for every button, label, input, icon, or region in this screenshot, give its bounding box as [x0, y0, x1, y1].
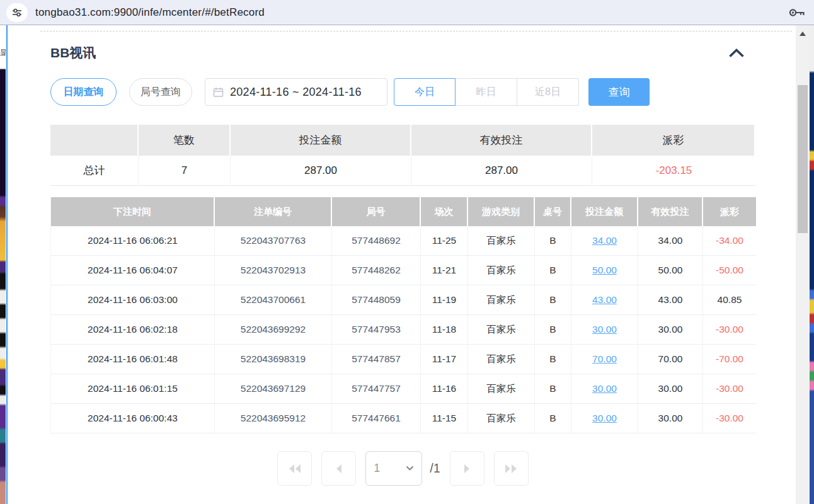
cell-valid-bet: 30.00	[638, 404, 703, 433]
summary-valid-bet: 287.00	[411, 156, 592, 186]
search-button[interactable]: 查询	[588, 78, 650, 106]
table-header-cell: 场次	[421, 197, 468, 226]
summary-count: 7	[139, 156, 231, 186]
cell-table-number: B	[535, 285, 571, 315]
cell-bet-time: 2024-11-16 06:02:18	[51, 315, 215, 345]
page-select[interactable]: 1	[365, 451, 422, 486]
date-range-input[interactable]: 2024-11-16 ~ 2024-11-16	[205, 78, 387, 106]
bet-record-panel: BB视讯 日期查询 局号查询	[6, 25, 796, 504]
site-info-button[interactable]	[6, 3, 28, 22]
cell-session: 11-16	[421, 374, 468, 404]
table-header-cell: 有效投注	[638, 197, 703, 226]
bet-amount-link[interactable]: 50.00	[592, 265, 617, 276]
pagination: 1 /1	[50, 451, 755, 486]
bet-amount-link[interactable]: 30.00	[592, 383, 617, 394]
cell-round-number: 577448059	[332, 285, 421, 315]
background-page-sliver-left	[0, 25, 6, 504]
summary-header-cell: 有效投注	[411, 125, 592, 156]
table-header-cell: 桌号	[535, 197, 571, 226]
cell-game-type: 百家乐	[468, 345, 535, 374]
cell-session: 11-15	[421, 404, 468, 433]
cell-session: 11-17	[421, 345, 468, 374]
cell-valid-bet: 30.00	[638, 374, 703, 404]
bet-amount-link[interactable]: 43.00	[592, 294, 617, 306]
bet-amount-link[interactable]: 30.00	[592, 413, 617, 424]
cell-valid-bet: 30.00	[638, 315, 703, 345]
url-text[interactable]: tongbao31.com:9900/infe/mcenter/#/betRec…	[35, 6, 265, 19]
cell-round-number: 577447757	[332, 374, 421, 404]
collapse-button[interactable]	[728, 48, 745, 59]
cell-table-number: B	[535, 315, 571, 345]
last-page-button[interactable]	[494, 451, 529, 486]
cell-bet-number: 522043695912	[215, 404, 332, 433]
cell-bet-time: 2024-11-16 06:04:07	[51, 256, 215, 285]
summary-bet-amount: 287.00	[231, 156, 411, 186]
cell-bet-number: 522043699292	[215, 315, 332, 345]
date-query-button[interactable]: 日期查询	[50, 78, 117, 106]
cell-table-number: B	[535, 226, 571, 256]
cell-bet-amount: 30.00	[571, 315, 638, 345]
panel-title: BB视讯	[50, 44, 96, 62]
dashed-divider	[40, 31, 792, 32]
cell-session: 11-19	[421, 285, 468, 315]
quick-range-group: 今日 昨日 近8日	[394, 78, 579, 106]
last8days-button[interactable]: 近8日	[517, 78, 579, 106]
summary-header-cell: 投注金额	[231, 125, 411, 156]
summary-total-label: 总计	[50, 156, 139, 186]
double-left-arrow-icon	[288, 464, 302, 474]
cell-payout: -30.00	[703, 315, 756, 345]
cell-round-number: 577448692	[332, 226, 421, 256]
cell-valid-bet: 43.00	[638, 285, 703, 315]
today-button[interactable]: 今日	[394, 78, 456, 106]
cell-table-number: B	[535, 256, 571, 285]
bet-amount-link[interactable]: 34.00	[592, 235, 617, 246]
cell-payout: -50.00	[703, 256, 756, 285]
double-right-arrow-icon	[504, 464, 518, 474]
filter-toolbar: 日期查询 局号查询 2024-11-16 ~ 2024-11-16 今日	[50, 78, 755, 106]
cell-game-type: 百家乐	[468, 285, 535, 315]
table-header-cell: 下注时间	[51, 197, 215, 226]
chevron-up-icon	[728, 48, 745, 59]
table-header-cell: 注单编号	[215, 197, 332, 226]
bet-amount-link[interactable]: 70.00	[592, 353, 617, 365]
cell-bet-amount: 34.00	[571, 226, 638, 256]
cell-bet-amount: 50.00	[571, 256, 638, 285]
cell-table-number: B	[535, 404, 571, 433]
cell-bet-number: 522043700661	[215, 285, 332, 315]
cell-payout: -30.00	[703, 404, 756, 433]
calendar-icon	[213, 87, 224, 98]
yesterday-button[interactable]: 昨日	[456, 78, 517, 106]
cell-game-type: 百家乐	[468, 226, 535, 256]
cell-bet-time: 2024-11-16 06:01:48	[51, 345, 215, 374]
bet-amount-link[interactable]: 30.00	[592, 324, 617, 335]
summary-table: 笔数投注金额有效投注派彩总计7287.00287.00-203.15	[50, 125, 755, 186]
bet-record-table: 下注时间注单编号局号场次游戏类别桌号投注金额有效投注派彩2024-11-16 0…	[50, 197, 755, 433]
cell-bet-amount: 30.00	[571, 374, 638, 404]
cell-round-number: 577447661	[332, 404, 421, 433]
summary-payout: -203.15	[592, 156, 755, 186]
next-page-button[interactable]	[450, 451, 484, 486]
summary-header-cell: 笔数	[139, 125, 231, 156]
cell-game-type: 百家乐	[468, 374, 535, 404]
cell-bet-time: 2024-11-16 06:06:21	[51, 226, 215, 256]
cell-session: 11-21	[421, 256, 468, 285]
cell-round-number: 577447953	[332, 315, 421, 345]
first-page-button[interactable]	[277, 451, 312, 486]
key-icon[interactable]	[788, 7, 805, 18]
background-page-sliver-right	[810, 25, 814, 504]
cell-round-number: 577448262	[332, 256, 421, 285]
tune-icon	[11, 7, 23, 18]
round-query-button[interactable]: 局号查询	[129, 78, 192, 106]
cell-bet-time: 2024-11-16 06:03:00	[51, 285, 215, 315]
cell-payout: -34.00	[703, 226, 756, 256]
prev-page-button[interactable]	[321, 451, 356, 486]
scrollbar-thumb[interactable]	[798, 85, 808, 233]
cell-valid-bet: 50.00	[638, 256, 703, 285]
cell-bet-number: 522043698319	[215, 345, 332, 374]
scrollbar[interactable]	[796, 25, 810, 504]
page-total-label: /1	[430, 461, 440, 476]
cell-bet-number: 522043702913	[215, 256, 332, 285]
cell-bet-time: 2024-11-16 06:01:15	[51, 374, 215, 404]
cell-bet-number: 522043697129	[215, 374, 332, 404]
scrollbar-up-arrow-icon[interactable]	[796, 28, 810, 39]
